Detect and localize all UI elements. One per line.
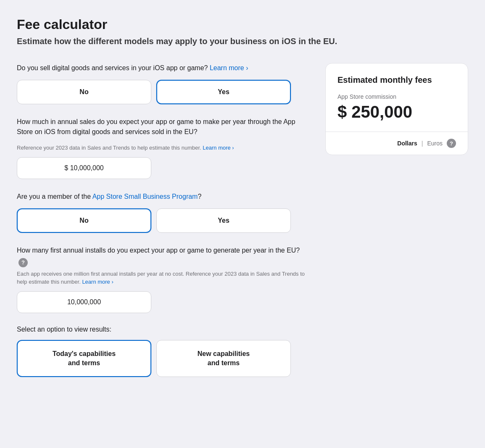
page-title: Fee calculator xyxy=(17,17,468,32)
commission-label: App Store commission xyxy=(337,93,456,100)
fees-amount: $ 250,000 xyxy=(337,103,456,121)
question-3-section: Are you a member of the App Store Small … xyxy=(17,192,308,233)
annual-sales-input[interactable] xyxy=(17,157,151,179)
question-3-btn-group: No Yes xyxy=(17,208,308,233)
annual-installs-input[interactable] xyxy=(17,291,151,313)
fees-card-title: Estimated monthly fees xyxy=(337,75,456,85)
fees-card-bottom: Dollars | Euros ? xyxy=(326,132,468,155)
question-4-sub-label: Each app receives one million first annu… xyxy=(17,270,308,286)
question-1-btn-group: No Yes xyxy=(17,80,308,104)
right-column: Estimated monthly fees App Store commiss… xyxy=(325,63,468,155)
select-option-section: Select an option to view results: Today'… xyxy=(17,326,308,377)
currency-separator: | xyxy=(422,140,423,147)
question-2-section: How much in annual sales do you expect y… xyxy=(17,117,308,179)
question-4-learn-more[interactable]: Learn more › xyxy=(82,279,113,285)
dollars-currency-btn[interactable]: Dollars xyxy=(397,140,417,147)
question-2-learn-more[interactable]: Learn more › xyxy=(203,145,234,151)
new-capabilities-btn[interactable]: New capabilitiesand terms xyxy=(156,340,291,377)
question-3-label: Are you a member of the App Store Small … xyxy=(17,192,308,202)
question-2-sub-label: Reference your 2023 data in Sales and Tr… xyxy=(17,144,308,152)
page-subtitle: Estimate how the different models may ap… xyxy=(17,37,468,46)
fees-card: Estimated monthly fees App Store commiss… xyxy=(325,63,468,155)
question-4-help-icon[interactable]: ? xyxy=(18,258,28,267)
question-4-label: How many first annual installs do you ex… xyxy=(17,245,308,267)
question-4-section: How many first annual installs do you ex… xyxy=(17,245,308,313)
question-1-learn-more[interactable]: Learn more › xyxy=(210,64,248,71)
left-column: Do you sell digital goods and services i… xyxy=(17,63,308,390)
question-1-no-btn[interactable]: No xyxy=(17,80,151,104)
question-3-no-btn[interactable]: No xyxy=(17,208,151,233)
main-layout: Do you sell digital goods and services i… xyxy=(17,63,468,390)
euros-currency-btn[interactable]: Euros xyxy=(427,140,443,147)
todays-capabilities-btn[interactable]: Today's capabilitiesand terms xyxy=(17,340,151,377)
small-business-link[interactable]: App Store Small Business Program xyxy=(92,193,198,200)
question-3-yes-btn[interactable]: Yes xyxy=(156,208,291,233)
currency-help-icon[interactable]: ? xyxy=(447,139,456,148)
fees-card-top: Estimated monthly fees App Store commiss… xyxy=(326,63,468,132)
question-2-label: How much in annual sales do you expect y… xyxy=(17,117,308,137)
result-btn-group: Today's capabilitiesand terms New capabi… xyxy=(17,340,308,377)
question-1-yes-btn[interactable]: Yes xyxy=(156,80,291,104)
question-1-label: Do you sell digital goods and services i… xyxy=(17,63,308,73)
select-option-label: Select an option to view results: xyxy=(17,326,308,333)
question-1-section: Do you sell digital goods and services i… xyxy=(17,63,308,104)
